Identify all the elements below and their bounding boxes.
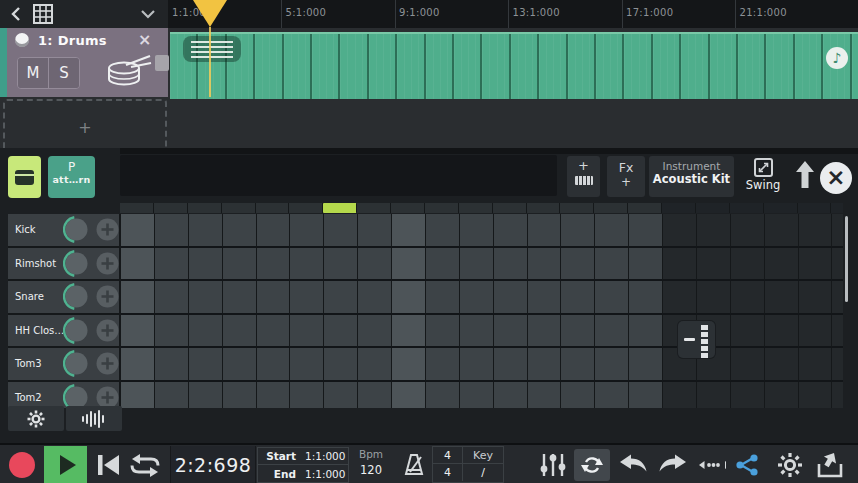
step-cell[interactable]: [731, 315, 765, 349]
step-cell[interactable]: [494, 248, 528, 282]
step-cell[interactable]: [460, 214, 494, 248]
add-pattern-button[interactable]: +: [567, 156, 600, 197]
step-cell[interactable]: [629, 248, 663, 282]
drum-row-header[interactable]: Tom3: [8, 348, 121, 382]
step-cell[interactable]: [155, 248, 189, 282]
step-cell[interactable]: [561, 248, 595, 282]
play-button[interactable]: [44, 446, 87, 483]
step-indicator[interactable]: [831, 203, 843, 213]
drum-row-header[interactable]: HH Clos…: [8, 315, 121, 349]
volume-knob[interactable]: [63, 216, 90, 243]
fx-button[interactable]: Fx +: [607, 156, 645, 197]
row-plus-button[interactable]: [96, 285, 119, 308]
pads-view-button[interactable]: [8, 156, 41, 198]
step-cell[interactable]: [561, 281, 595, 315]
step-cell[interactable]: [223, 281, 257, 315]
step-cell[interactable]: [290, 315, 324, 349]
step-cell[interactable]: [595, 281, 629, 315]
timeline-ruler[interactable]: 1:1:0005:1:0009:1:00013:1:00017:1:00021:…: [168, 0, 858, 28]
step-cell[interactable]: [765, 248, 799, 282]
clip-grip[interactable]: [183, 36, 241, 62]
volume-knob[interactable]: [63, 317, 90, 344]
step-cell[interactable]: [765, 281, 799, 315]
share-button[interactable]: [734, 452, 760, 478]
pattern-badge[interactable]: P att…rn: [48, 156, 95, 198]
step-cell[interactable]: [392, 315, 426, 349]
step-cell[interactable]: [799, 315, 833, 349]
step-cell[interactable]: [358, 248, 392, 282]
step-indicator[interactable]: [120, 203, 154, 213]
step-cell[interactable]: [494, 315, 528, 349]
step-cell[interactable]: [697, 214, 731, 248]
step-cell[interactable]: [663, 248, 697, 282]
step-indicator[interactable]: [289, 203, 323, 213]
step-cell[interactable]: [697, 382, 731, 409]
step-indicator[interactable]: [527, 203, 561, 213]
step-indicator[interactable]: [256, 203, 290, 213]
step-cell[interactable]: [290, 281, 324, 315]
step-indicator[interactable]: [798, 203, 832, 213]
step-cell[interactable]: [189, 281, 223, 315]
step-cell[interactable]: [832, 348, 843, 382]
step-cell[interactable]: [257, 281, 291, 315]
step-cell[interactable]: [663, 214, 697, 248]
track-resize-handle[interactable]: [155, 55, 169, 71]
step-cell[interactable]: [324, 382, 358, 409]
signature-key-box[interactable]: 4 Key 4 /: [432, 446, 504, 483]
loop-range-box[interactable]: Start 1:1:000 End 1:1:000: [257, 447, 349, 483]
step-cell[interactable]: [290, 248, 324, 282]
step-indicator[interactable]: [222, 203, 256, 213]
drum-row-header[interactable]: Tom2: [8, 382, 121, 409]
step-cell[interactable]: [392, 382, 426, 409]
step-cell[interactable]: [223, 214, 257, 248]
step-cell[interactable]: [155, 348, 189, 382]
step-cell[interactable]: [189, 382, 223, 409]
step-cell[interactable]: [155, 214, 189, 248]
add-track-area[interactable]: +: [3, 99, 167, 155]
step-cell[interactable]: [765, 348, 799, 382]
step-cell[interactable]: [257, 248, 291, 282]
step-cell[interactable]: [494, 281, 528, 315]
step-cell[interactable]: [765, 382, 799, 409]
step-cell[interactable]: [426, 348, 460, 382]
volume-knob[interactable]: [63, 384, 90, 408]
step-cell[interactable]: [358, 348, 392, 382]
step-cell[interactable]: [528, 248, 562, 282]
loop-browser-button[interactable]: [574, 449, 610, 481]
step-cell[interactable]: [799, 248, 833, 282]
step-cell[interactable]: [494, 214, 528, 248]
step-cell[interactable]: [595, 348, 629, 382]
step-cell[interactable]: [426, 315, 460, 349]
step-cell[interactable]: [697, 281, 731, 315]
step-cell[interactable]: [832, 315, 843, 349]
step-cell[interactable]: [426, 281, 460, 315]
redo-button[interactable]: [658, 454, 688, 476]
volume-knob[interactable]: [63, 250, 90, 277]
record-button[interactable]: [9, 452, 35, 478]
collapse-header-button[interactable]: [140, 9, 158, 21]
step-cell[interactable]: [799, 382, 833, 409]
drag-handle-widget[interactable]: [678, 321, 715, 358]
step-cell[interactable]: [324, 248, 358, 282]
step-cell[interactable]: [121, 248, 155, 282]
step-cell[interactable]: [358, 382, 392, 409]
step-cell[interactable]: [460, 382, 494, 409]
step-cell[interactable]: [595, 382, 629, 409]
step-cell[interactable]: [561, 382, 595, 409]
step-cell[interactable]: [528, 315, 562, 349]
step-cell[interactable]: [290, 214, 324, 248]
row-plus-button[interactable]: [96, 386, 119, 408]
step-cell[interactable]: [731, 348, 765, 382]
step-cell[interactable]: [629, 281, 663, 315]
timesig-bottom[interactable]: 4: [433, 464, 463, 481]
loop-button[interactable]: [128, 453, 162, 478]
step-indicator[interactable]: [560, 203, 594, 213]
step-cell[interactable]: [426, 382, 460, 409]
step-cell[interactable]: [460, 281, 494, 315]
metronome-button[interactable]: [401, 452, 427, 478]
step-cell[interactable]: [561, 214, 595, 248]
step-cell[interactable]: [392, 281, 426, 315]
step-cell[interactable]: [731, 382, 765, 409]
tracks-grid-button[interactable]: [32, 4, 54, 24]
grid-scrollbar[interactable]: [845, 216, 848, 302]
